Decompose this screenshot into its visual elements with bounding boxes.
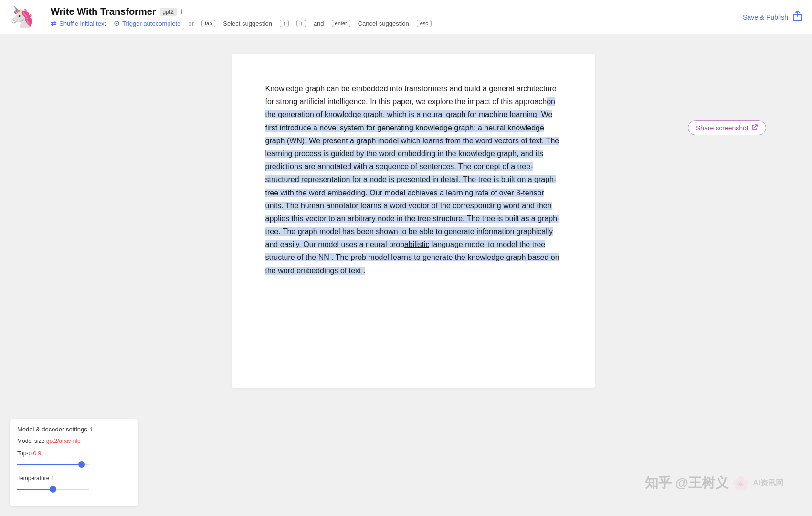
text-underlined: abilistic (404, 240, 429, 248)
left-panel: Model & decoder settings ℹ Model size gp… (0, 34, 148, 516)
temperature-row: Temperature 1 (17, 475, 131, 494)
shuffle-label: Shuffle initial text (59, 20, 106, 27)
temperature-thumb[interactable] (50, 486, 56, 493)
external-link-icon (751, 124, 758, 132)
esc-key-badge: esc (417, 20, 432, 27)
trigger-label: Trigger autocomplete (122, 20, 180, 27)
header: 🦄 Write With Transformer gpt2 ℹ ⇄ Shuffl… (0, 0, 812, 34)
editor-text[interactable]: Knowledge graph can be embedded into tra… (265, 82, 561, 277)
temperature-fill (17, 489, 53, 490)
shuffle-btn[interactable]: ⇄ Shuffle initial text (51, 19, 106, 28)
top-p-slider[interactable] (17, 460, 131, 469)
up-key-badge: ↑ (280, 20, 289, 27)
header-right: Save & Publish (743, 11, 802, 23)
editor-card[interactable]: Knowledge graph can be embedded into tra… (232, 54, 595, 388)
settings-title-row: Model & decoder settings ℹ (17, 426, 131, 433)
toolbar-row: ⇄ Shuffle initial text ⊙ Trigger autocom… (51, 19, 432, 28)
share-screenshot-label: Share screenshot (696, 124, 749, 132)
top-p-value: 0.9 (33, 450, 41, 457)
down-key-badge: ↓ (296, 20, 306, 27)
shuffle-icon: ⇄ (51, 19, 57, 28)
temperature-track (17, 489, 89, 490)
trigger-icon: ⊙ (114, 19, 120, 28)
and-label: and (314, 20, 324, 27)
model-size-label: Model size gpt2/arxiv-nlp (17, 438, 131, 444)
top-p-thumb[interactable] (78, 461, 85, 468)
save-publish-button[interactable]: Save & Publish (743, 13, 788, 21)
select-suggestion-label: Select suggestion (223, 20, 272, 27)
top-p-label: Top-p 0.9 (17, 450, 131, 457)
title-area: Write With Transformer gpt2 ℹ ⇄ Shuffle … (51, 6, 432, 28)
cancel-suggestion-label: Cancel suggestion (358, 20, 409, 27)
top-p-fill (17, 464, 82, 465)
logo-area: 🦄 (10, 5, 39, 29)
top-p-track (17, 464, 89, 465)
text-normal-start: Knowledge graph can be embedded into tra… (265, 85, 557, 106)
app-title-row: Write With Transformer gpt2 ℹ (51, 6, 432, 17)
center-content: Knowledge graph can be embedded into tra… (148, 34, 678, 516)
logo-emoji: 🦄 (10, 5, 34, 29)
settings-info-icon[interactable]: ℹ (90, 426, 93, 433)
settings-title: Model & decoder settings (17, 426, 87, 433)
share-screenshot-button[interactable]: Share screenshot (688, 120, 766, 135)
right-panel: Share screenshot (678, 34, 812, 516)
top-p-row: Top-p 0.9 (17, 450, 131, 469)
model-size-value: gpt2/arxiv-nlp (46, 438, 81, 444)
model-size-row: Model size gpt2/arxiv-nlp (17, 438, 131, 444)
temperature-slider[interactable] (17, 484, 131, 494)
model-badge: gpt2 (160, 8, 177, 16)
trigger-autocomplete-btn[interactable]: ⊙ Trigger autocomplete (114, 19, 180, 28)
main: Model & decoder settings ℹ Model size gp… (0, 34, 812, 516)
info-icon[interactable]: ℹ (180, 8, 183, 16)
settings-panel: Model & decoder settings ℹ Model size gp… (10, 419, 138, 506)
or-separator: or (188, 20, 194, 27)
share-icon-header[interactable] (793, 11, 802, 23)
app-title: Write With Transformer (51, 6, 156, 17)
temperature-value: 1 (51, 475, 54, 482)
text-highlighted-main: on the generation of knowledge graph, wh… (265, 97, 560, 248)
enter-key-badge: enter (332, 20, 350, 27)
tab-key-badge: tab (201, 20, 215, 27)
temperature-label: Temperature 1 (17, 475, 131, 482)
